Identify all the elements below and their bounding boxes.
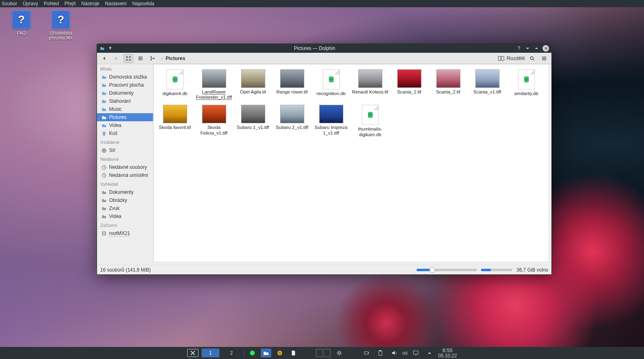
minimize-button[interactable] <box>525 46 530 51</box>
svg-rect-40 <box>380 350 381 351</box>
file-item[interactable]: Skoda Felicia_v1.tiff <box>194 103 233 139</box>
file-name: LandRower Freelander_v1.tiff <box>195 89 233 100</box>
workspace-pager[interactable] <box>316 349 331 357</box>
sidebar-item[interactable]: Obrázky <box>97 196 153 204</box>
icons-view-button[interactable] <box>124 54 133 63</box>
task-firefox[interactable] <box>275 349 285 357</box>
tray-clipboard-icon[interactable] <box>375 349 386 357</box>
tray-night-icon[interactable] <box>348 349 358 357</box>
file-item[interactable]: digikam4.db <box>155 68 194 102</box>
image-thumbnail <box>436 69 460 88</box>
sidebar-item[interactable]: Dokumenty <box>97 188 153 196</box>
menu-help[interactable]: Nápověda <box>132 1 155 6</box>
start-button[interactable] <box>187 349 198 357</box>
sidebar-item[interactable]: Nedávné soubory <box>97 163 153 171</box>
sidebar-item[interactable]: Stahování <box>97 97 153 105</box>
tray-updater-icon[interactable] <box>247 349 258 357</box>
list-view-button[interactable] <box>136 54 145 63</box>
folder-icon <box>101 74 107 80</box>
hamburger-menu-button[interactable] <box>539 54 549 63</box>
menu-edit[interactable]: Úpravy <box>23 1 38 6</box>
desktop-icon-faq[interactable]: ? FAQ <box>7 10 35 40</box>
svg-point-32 <box>368 116 373 118</box>
svg-point-8 <box>151 59 152 60</box>
sidebar-item-label: Music <box>109 106 122 112</box>
sidebar-item-label: Domovská složka <box>109 74 147 80</box>
file-item[interactable]: Subaru 1_v1.tiff <box>233 103 272 139</box>
svg-rect-14 <box>542 58 547 59</box>
file-item[interactable]: thumbnails-digikam.db <box>351 103 390 139</box>
file-item[interactable]: Scania_2.tif <box>429 68 468 102</box>
menu-tools[interactable]: Nástroje <box>81 1 99 6</box>
svg-rect-6 <box>138 59 143 60</box>
file-view[interactable]: digikam4.dbLandRower Freelander_v1.tiffO… <box>153 64 549 262</box>
desktop-icon-manual[interactable]: ? Uživatelská příručka MX <box>47 10 75 40</box>
file-item[interactable]: Subaru Impreza 1_v1.tiff <box>312 103 351 139</box>
file-item[interactable]: LandRower Freelander_v1.tiff <box>194 68 233 102</box>
tray-display-icon[interactable] <box>411 349 421 357</box>
folder-icon <box>101 82 107 88</box>
breadcrumb[interactable]: › Pictures <box>161 56 186 61</box>
sidebar-item[interactable]: Pracovní plocha <box>97 81 153 89</box>
menu-settings[interactable]: Nastavení <box>105 1 127 6</box>
sidebar-item[interactable]: Nedávná umístění <box>97 171 153 179</box>
file-item[interactable]: recognition.db <box>312 68 351 102</box>
file-item[interactable]: similarity.db <box>507 68 546 102</box>
breadcrumb-label[interactable]: Pictures <box>165 56 185 61</box>
svg-rect-3 <box>129 59 131 60</box>
sidebar-item-label: Obrázky <box>109 197 127 203</box>
tray-moon-icon[interactable] <box>302 349 312 357</box>
sidebar-item[interactable]: Pictures <box>97 113 153 121</box>
tray-expand-icon[interactable] <box>424 349 435 357</box>
sidebar-item[interactable]: Videa <box>97 121 153 129</box>
file-name: Scania_1.tif <box>397 89 421 95</box>
file-item[interactable]: Renault Koleos.tif <box>351 68 390 102</box>
svg-rect-15 <box>542 59 547 60</box>
sidebar-item[interactable]: Koš <box>97 129 153 137</box>
sidebar-item-label: Dokumenty <box>109 90 134 96</box>
sidebar-item[interactable]: Síť <box>97 146 153 154</box>
maximize-button[interactable] <box>534 46 539 51</box>
window-titlebar[interactable]: Pictures — Dolphin ? ✕ <box>97 44 551 53</box>
svg-point-31 <box>368 114 373 116</box>
search-button[interactable] <box>527 54 537 63</box>
task-dolphin[interactable] <box>261 349 271 357</box>
sidebar-item[interactable]: Zvuk <box>97 204 153 212</box>
file-item[interactable]: Skoda favorit.tif <box>155 103 194 139</box>
help-button[interactable]: ? <box>516 46 522 51</box>
sidebar-item[interactable]: Dokumenty <box>97 89 153 97</box>
clock[interactable]: 6:55 05.10.22 <box>438 348 457 358</box>
file-item[interactable]: Range rower.tif <box>272 68 312 102</box>
sidebar-item[interactable]: rootMX21 <box>97 229 153 238</box>
forward-button[interactable] <box>111 54 121 63</box>
menu-go[interactable]: Přejít <box>64 1 76 6</box>
file-name: digikam4.db <box>162 91 187 96</box>
sidebar-item[interactable]: Videa <box>97 212 153 220</box>
file-item[interactable]: Subaru 2_v1.tiff <box>272 103 312 139</box>
file-item[interactable]: Scania_1.tif <box>390 68 429 102</box>
workspace-2[interactable]: 2 <box>223 349 240 357</box>
menu-view[interactable]: Pohled <box>44 1 59 6</box>
folder-icon <box>101 106 107 112</box>
tray-volume-icon[interactable] <box>389 349 399 357</box>
tray-brightness-icon[interactable] <box>334 349 345 357</box>
tray-battery-icon[interactable] <box>361 349 372 357</box>
split-view-button[interactable]: Rozdělit <box>498 55 525 62</box>
sidebar-item[interactable]: Music <box>97 105 153 113</box>
pin-icon[interactable] <box>107 46 113 51</box>
tree-view-button[interactable] <box>148 54 157 63</box>
workspace-1[interactable]: 1 <box>202 349 219 357</box>
menu-file[interactable]: Soubor <box>2 1 17 6</box>
sidebar-item[interactable]: Domovská složka <box>97 73 153 81</box>
zoom-slider[interactable] <box>417 269 477 271</box>
file-item[interactable]: Opel Agila.tif <box>233 68 272 102</box>
svg-point-22 <box>173 79 178 81</box>
close-button[interactable]: ✕ <box>543 45 549 52</box>
folder-icon <box>101 122 107 128</box>
disk-icon <box>101 231 107 237</box>
file-item[interactable]: Scania_v1.tiff <box>468 68 507 102</box>
file-name: Subaru Impreza 1_v1.tiff <box>312 125 350 135</box>
task-file-icon[interactable] <box>288 349 299 357</box>
back-button[interactable] <box>99 54 109 63</box>
keyboard-layout-indicator[interactable]: us <box>402 350 408 356</box>
